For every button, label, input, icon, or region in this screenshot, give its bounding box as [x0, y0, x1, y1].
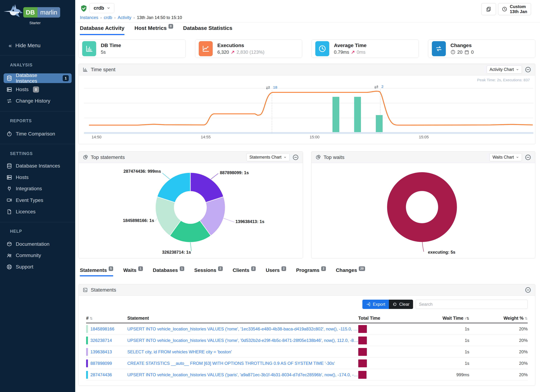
tab-statements[interactable]: Statements 5 [80, 268, 113, 276]
clear-button[interactable]: Clear [389, 300, 413, 309]
breadcrumb-instances[interactable]: Instances [80, 15, 98, 20]
count-badge: 1 [63, 75, 69, 81]
time-spent-chart[interactable]: ⇄ 18 ⇄ 2 14:50 14:55 15:00 15:05 [79, 75, 535, 144]
wait-time-value: 1s [383, 327, 469, 332]
tab-databases[interactable]: Databases 1 [153, 268, 185, 276]
collapse-panel-icon[interactable] [525, 287, 531, 293]
statements-chart-selector[interactable]: Statements Chart [246, 153, 290, 161]
tab-programs[interactable]: Programs 2 [296, 268, 326, 276]
instance-selector[interactable]: crdb [90, 3, 115, 13]
tab-badge: 1 [180, 266, 184, 271]
total-time-bar [358, 325, 367, 333]
copy-link-button[interactable] [481, 3, 496, 15]
tab-database-activity[interactable]: Database Activity [80, 25, 125, 35]
sidebar-item-integrations[interactable]: Integrations [4, 184, 72, 194]
panel-title: Time spent [91, 67, 115, 73]
section-title-analysis: ANALYSIS [10, 63, 33, 68]
selector-label: Activity Chart [490, 67, 514, 72]
breadcrumb-separator: › [114, 15, 115, 20]
sidebar-item-settings-database-instances[interactable]: Database Instances [4, 161, 72, 171]
documentation-icon [6, 241, 12, 247]
statement-color-bar [86, 371, 88, 379]
sidebar-item-community[interactable]: Community [4, 251, 72, 260]
breadcrumb-separator: › [100, 15, 102, 20]
sidebar-item-licences[interactable]: Licences [4, 207, 72, 217]
column-header-total-time[interactable]: Total Time [358, 316, 383, 321]
table-toolbar: Export Clear [79, 296, 535, 309]
collapse-panel-icon[interactable] [292, 154, 299, 161]
executions-bar [332, 97, 339, 132]
stopwatch-icon [6, 131, 12, 137]
waits-chart-selector[interactable]: Waits Chart [490, 153, 522, 161]
sidebar-item-documentation[interactable]: Documentation [4, 239, 72, 249]
column-header-id[interactable]: #⇅ [86, 316, 127, 321]
health-shield-icon [80, 5, 88, 12]
tab-changes[interactable]: Changes 20 [336, 268, 365, 276]
sidebar-item-event-types[interactable]: Event Types [4, 195, 72, 205]
card-value: 20 0 [450, 50, 474, 55]
breadcrumb-activity[interactable]: Activity [118, 15, 131, 20]
statements-panel-header: Statements [79, 284, 535, 296]
statement-id-link[interactable]: 139638413 [90, 349, 112, 354]
sidebar-item-settings-hosts[interactable]: Hosts [4, 173, 72, 182]
breadcrumb-crdb[interactable]: crdb [104, 15, 112, 20]
column-header-weight[interactable]: Weight %⇅ [469, 316, 528, 321]
changes-event-count: 0 [471, 50, 474, 55]
table-row: 1845898166 UPSERT INTO vehicle_location_… [86, 323, 528, 335]
tab-host-metrics[interactable]: Host Metrics 0 [135, 25, 173, 35]
export-button[interactable]: Export [362, 300, 389, 309]
search-input[interactable] [415, 300, 528, 309]
sidebar-item-label: Licences [16, 209, 36, 215]
sidebar-item-hosts[interactable]: Hosts 0 [4, 85, 72, 94]
chevron-down-icon [516, 156, 519, 159]
executions-bar [376, 115, 383, 132]
card-executions: Executions 6,320 ↗ 2,830 (123%) [195, 40, 302, 58]
avg-time-value: 0.79ms [334, 50, 349, 55]
sidebar-item-label: Database Instances [16, 163, 60, 169]
chevron-down-icon [284, 156, 286, 159]
tab-waits[interactable]: Waits 1 [123, 268, 143, 276]
copy-icon [486, 6, 491, 12]
statement-link[interactable]: CREATE STATISTICS __auto__ FROM [63] WIT… [127, 361, 358, 366]
pie-chart-icon [83, 155, 88, 160]
time-range-button[interactable]: Custom 13th Jan [498, 3, 531, 15]
statement-link[interactable]: SELECT city, id FROM vehicles WHERE city… [127, 349, 358, 354]
x-tick: 15:05 [419, 135, 429, 139]
bar-chart-icon [82, 41, 96, 56]
community-people-icon [6, 253, 12, 258]
tab-label: Changes [336, 268, 357, 273]
tab-users[interactable]: Users 2 [266, 268, 286, 276]
sidebar-item-change-history[interactable]: Change History [4, 96, 72, 106]
tab-clients[interactable]: Clients 2 [233, 268, 256, 276]
tab-database-statistics[interactable]: Database Statistics [183, 25, 232, 35]
sidebar-item-database-instances[interactable]: Database Instances 1 [4, 73, 72, 83]
activity-chart-selector[interactable]: Activity Chart [487, 65, 522, 74]
collapse-panel-icon[interactable] [525, 66, 531, 73]
statement-id-link[interactable]: 326238714 [90, 338, 112, 343]
sidebar-item-time-comparison[interactable]: Time Comparison [4, 129, 72, 139]
collapse-panel-icon[interactable] [525, 154, 531, 161]
statement-id-link[interactable]: 287474436 [90, 372, 112, 377]
statement-id-link[interactable]: 1845898166 [90, 327, 114, 332]
tab-sessions[interactable]: Sessions 2 [194, 268, 223, 276]
statement-id-link[interactable]: 887898099 [90, 361, 112, 366]
statement-link[interactable]: UPSERT INTO vehicle_location_histories V… [127, 327, 358, 332]
column-header-wait-time[interactable]: Wait Time↑⇅ [383, 316, 469, 321]
tab-badge: 2 [218, 266, 223, 271]
column-header-statement[interactable]: Statement [127, 316, 358, 321]
logo-marlin-text: marlin [37, 7, 60, 18]
section-title-settings: SETTINGS [10, 151, 33, 156]
event-types-icon [6, 198, 12, 203]
sidebar-item-label: Documentation [16, 241, 50, 247]
sidebar-item-support[interactable]: Support [4, 262, 72, 272]
waits-donut-chart[interactable]: executing: 5s [311, 163, 535, 258]
sidebar-item-label: Hosts [16, 174, 29, 180]
hide-menu-button[interactable]: « Hide Menu [9, 42, 40, 49]
dbmarlin-logo: DB marlin [23, 7, 60, 18]
statements-donut-chart[interactable]: 287474436: 999ms 887898099: 1s 184589816… [79, 163, 303, 258]
statement-link[interactable]: UPSERT INTO vehicle_location_histories V… [127, 372, 358, 377]
executions-delta: 2,830 (123%) [236, 50, 265, 55]
x-tick: 15:00 [310, 135, 320, 139]
statement-link[interactable]: UPSERT INTO vehicle_location_histories V… [127, 338, 358, 343]
trend-up-icon: ↗ [351, 50, 355, 55]
